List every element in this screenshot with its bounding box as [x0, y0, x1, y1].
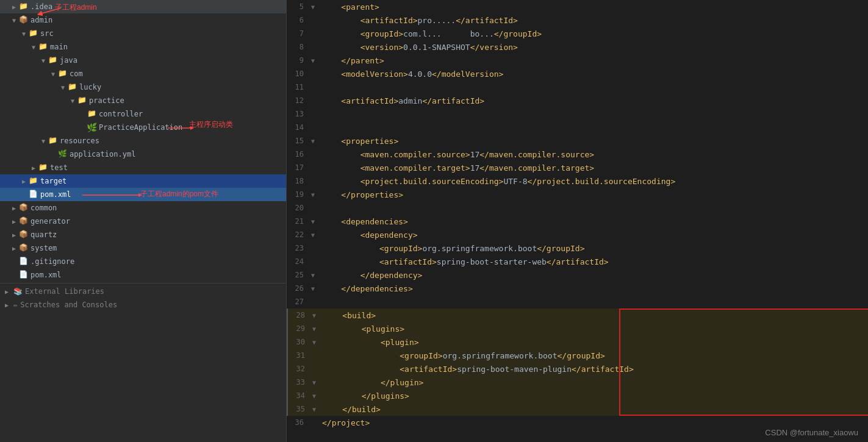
line-num-6: 6 [287, 16, 309, 24]
tree-item-target[interactable]: ▶ 📁 target [0, 174, 286, 188]
code-area[interactable]: 5 ▼ <parent> 6 <artifactId>pro.....</art… [287, 0, 868, 442]
line-num-32: 32 [288, 365, 310, 373]
fold-5[interactable]: ▼ [309, 4, 317, 10]
tree-item-practice-app[interactable]: ▶ 🌿 PracticeApplication [0, 121, 286, 134]
tree-item-lucky[interactable]: ▼ 📁 lucky [0, 80, 286, 94]
line-num-34: 34 [288, 391, 310, 400]
tree-item-system[interactable]: ▶ 📦 system [0, 241, 286, 255]
fold-25[interactable]: ▼ [309, 272, 317, 279]
folder-icon-target: 📁 [28, 176, 38, 186]
code-line-24: 24 <artifactId>spring-boot-starter-web</… [287, 255, 868, 268]
code-30: <plugin> [318, 338, 419, 347]
folder-icon-idea: 📁 [18, 2, 28, 12]
folder-icon-test: 📁 [38, 163, 48, 173]
line-num-13: 13 [287, 110, 309, 118]
tree-item-idea[interactable]: ▶ 📁 .idea [0, 0, 286, 13]
code-36: </project> [317, 418, 370, 427]
module-icon-generator: 📦 [18, 216, 28, 226]
tree-item-practice[interactable]: ▼ 📁 practice [0, 94, 286, 107]
tree-item-generator[interactable]: ▶ 📦 generator [0, 215, 286, 228]
tree-item-controller[interactable]: ▶ 📁 controller [0, 107, 286, 121]
code-line-18: 18 <project.build.sourceEncoding>UTF-8</… [287, 174, 868, 188]
sidebar-divider [0, 283, 286, 283]
code-17: <maven.compiler.target>17</maven.compile… [317, 163, 594, 173]
folder-icon-lucky: 📁 [67, 82, 77, 92]
code-19: </properties> [317, 190, 403, 199]
fold-33[interactable]: ▼ [310, 379, 318, 386]
tree-item-src[interactable]: ▼ 📁 src [0, 27, 286, 40]
tree-item-quartz[interactable]: ▶ 📦 quartz [0, 228, 286, 241]
label-com: com [70, 70, 83, 78]
line-num-22: 22 [287, 230, 309, 239]
code-line-5: 5 ▼ <parent> [287, 0, 868, 13]
line-num-23: 23 [287, 244, 309, 252]
arrow-system: ▶ [10, 245, 18, 252]
tree-item-com[interactable]: ▼ 📁 com [0, 67, 286, 80]
fold-28[interactable]: ▼ [310, 312, 318, 319]
line-num-17: 17 [287, 163, 309, 172]
label-resources: resources [60, 137, 99, 145]
ext-libs-icon: 📚 [13, 287, 23, 296]
fold-9[interactable]: ▼ [309, 57, 317, 64]
folder-icon-com: 📁 [57, 69, 67, 79]
tree-item-resources[interactable]: ▼ 📁 resources [0, 134, 286, 148]
tree-item-common[interactable]: ▶ 📦 common [0, 201, 286, 215]
label-pom-root: pom.xml [30, 271, 62, 279]
line-num-15: 15 [287, 137, 309, 145]
label-ext-libs: External Libraries [25, 287, 104, 296]
fold-35[interactable]: ▼ [310, 406, 318, 413]
fold-19[interactable]: ▼ [309, 191, 317, 198]
tree-item-pom-admin[interactable]: ▶ 📄 pom.xml [0, 188, 286, 201]
tree-item-test[interactable]: ▶ 📁 test [0, 161, 286, 174]
project-sidebar[interactable]: ▶ 📁 .idea ▼ 📦 admin 子工程admin ▼ 📁 src ▼ 📁 [0, 0, 287, 442]
scratches-consoles[interactable]: ▶ ✏️ Scratches and Consoles [0, 298, 286, 312]
arrow-java: ▼ [39, 57, 48, 64]
folder-icon-practice: 📁 [77, 96, 87, 105]
fold-21[interactable]: ▼ [309, 218, 317, 225]
code-editor[interactable]: 5 ▼ <parent> 6 <artifactId>pro.....</art… [287, 0, 868, 442]
code-10: <modelVersion>4.0.0</modelVersion> [317, 70, 503, 79]
label-target: target [40, 177, 66, 185]
fold-22[interactable]: ▼ [309, 232, 317, 238]
code-32: <artifactId>spring-boot-maven-plugin</ar… [318, 365, 634, 374]
code-line-25: 25 ▼ </dependency> [287, 268, 868, 282]
folder-icon-java: 📁 [48, 55, 57, 65]
line-num-27: 27 [287, 298, 309, 306]
code-34: </plugins> [318, 391, 409, 401]
code-line-16: 16 <maven.compiler.source>17</maven.comp… [287, 148, 868, 161]
code-33: </plugin> [318, 378, 423, 387]
external-libraries[interactable]: ▶ 📚 External Libraries [0, 285, 286, 298]
code-line-13: 13 [287, 107, 868, 121]
code-line-36: 36 </project> [287, 416, 868, 429]
code-29: <plugins> [318, 324, 404, 333]
fold-15[interactable]: ▼ [309, 138, 317, 144]
line-num-18: 18 [287, 177, 309, 185]
line-num-33: 33 [288, 378, 310, 387]
code-line-12: 12 <artifactId>admin</artifactId> [287, 94, 868, 107]
fold-26[interactable]: ▼ [309, 285, 317, 292]
tree-item-java[interactable]: ▼ 📁 java [0, 54, 286, 67]
tree-item-admin[interactable]: ▼ 📦 admin [0, 13, 286, 27]
line-num-30: 30 [288, 338, 310, 346]
fold-34[interactable]: ▼ [310, 393, 318, 399]
code-25: </dependency> [317, 271, 422, 280]
code-line-30: 30 ▼ <plugin> [287, 335, 868, 349]
arrow-common: ▶ [10, 205, 18, 212]
module-icon-admin: 📦 [18, 15, 28, 25]
fold-29[interactable]: ▼ [310, 326, 318, 332]
tree-item-app-yml[interactable]: ▶ 🌿 application.yml [0, 148, 286, 161]
label-common: common [30, 204, 57, 212]
fold-30[interactable]: ▼ [310, 339, 318, 346]
line-num-10: 10 [287, 70, 309, 78]
code-35: </build> [318, 405, 381, 414]
code-line-27: 27 [287, 295, 868, 308]
label-generator: generator [30, 217, 70, 226]
tree-item-gitignore[interactable]: ▶ 📄 .gitignore [0, 255, 286, 268]
tree-item-main[interactable]: ▼ 📁 main [0, 40, 286, 54]
line-num-16: 16 [287, 150, 309, 159]
arrow-com: ▼ [49, 71, 57, 77]
code-22: <dependency> [317, 230, 418, 240]
tree-item-pom-root[interactable]: ▶ 📄 pom.xml [0, 268, 286, 282]
label-quartz: quartz [30, 230, 57, 239]
code-line-8: 8 <version>0.0.1-SNAPSHOT</version> [287, 40, 868, 54]
